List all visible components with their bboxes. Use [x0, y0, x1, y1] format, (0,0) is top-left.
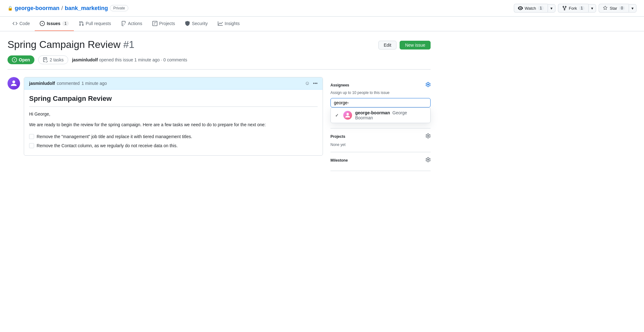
- top-actions: Watch 1 ▾ Fork 1 ▾ Star 0 ▾: [514, 4, 636, 13]
- issue-header: Spring Campaign Review #1 Edit New issue: [8, 39, 431, 50]
- avatar: [8, 77, 20, 90]
- tab-pull-requests-label: Pull requests: [86, 21, 111, 26]
- comment-body-text: We are ready to begin the review for the…: [29, 121, 318, 128]
- main-content: Spring Campaign Review #1 Edit New issue…: [0, 31, 438, 171]
- milestone-section: Milestone: [330, 152, 431, 171]
- status-badge: Open: [8, 55, 34, 64]
- tab-code-label: Code: [19, 21, 30, 26]
- comment-action: commented: [57, 81, 79, 86]
- milestone-gear-icon[interactable]: [426, 157, 431, 163]
- assignees-section: Assignees Assign up to 10 people to this…: [330, 77, 431, 128]
- issue-content: jasminludolf commented 1 minute ago ☺ ••…: [8, 77, 323, 171]
- code-icon: [13, 21, 18, 26]
- emoji-reaction-button[interactable]: ☺: [305, 80, 310, 86]
- assignee-avatar-icon: [345, 112, 351, 118]
- fork-button[interactable]: Fork 1: [558, 4, 589, 13]
- star-button-group: Star 0 ▾: [599, 4, 636, 13]
- repo-owner-link[interactable]: george-boorman: [15, 5, 59, 12]
- watch-count: 1: [538, 6, 544, 10]
- repo-title: 🔒 george-boorman / bank_marketing Privat…: [8, 5, 128, 12]
- gear-icon: [426, 82, 431, 87]
- projects-icon: [152, 21, 157, 26]
- fork-button-group: Fork 1 ▾: [558, 4, 596, 13]
- tab-pull-requests[interactable]: Pull requests: [74, 17, 116, 31]
- top-bar: 🔒 george-boorman / bank_marketing Privat…: [0, 0, 644, 17]
- comment-body-title: Spring Campaign Review: [29, 95, 318, 107]
- pull-requests-icon: [79, 21, 84, 26]
- task-list: Remove the "management" job title and re…: [29, 132, 318, 150]
- watch-chevron[interactable]: ▾: [548, 4, 555, 13]
- issue-time: 1 minute ago: [134, 57, 160, 62]
- star-button[interactable]: Star 0: [599, 4, 629, 13]
- projects-section: Projects None yet: [330, 128, 431, 152]
- issue-title: Spring Campaign Review #1: [8, 39, 135, 50]
- watch-button[interactable]: Watch 1: [514, 4, 548, 13]
- comment-box: jasminludolf commented 1 minute ago ☺ ••…: [24, 77, 323, 156]
- tab-actions-label: Actions: [128, 21, 142, 26]
- issue-author: jasminludolf: [72, 57, 98, 62]
- assignee-item[interactable]: ✓ george-boorman George Boorman: [331, 108, 430, 123]
- list-item: Remove the Contact column, as we regular…: [29, 141, 318, 150]
- issues-badge: 1: [62, 21, 69, 26]
- tab-issues[interactable]: Issues 1: [35, 17, 74, 31]
- assignee-username: george-boorman: [355, 110, 390, 115]
- assignee-check-icon: ✓: [335, 113, 340, 118]
- two-column-layout: jasminludolf commented 1 minute ago ☺ ••…: [8, 77, 431, 171]
- comment-body: Spring Campaign Review Hi George, We are…: [24, 90, 323, 155]
- tab-actions[interactable]: Actions: [116, 17, 147, 31]
- tasks-label: 2 tasks: [50, 57, 64, 62]
- assignee-search-input[interactable]: [330, 98, 431, 107]
- issues-icon: [40, 21, 45, 26]
- insights-icon: [218, 21, 223, 26]
- tab-projects[interactable]: Projects: [147, 17, 180, 31]
- comment-wrapper: jasminludolf commented 1 minute ago ☺ ••…: [8, 77, 323, 156]
- task-text-1: Remove the "management" job title and re…: [37, 133, 192, 140]
- assignee-dropdown: ✓ george-boorman George Boorman: [330, 107, 431, 123]
- comment-more-button[interactable]: •••: [313, 81, 318, 86]
- lock-icon: 🔒: [8, 6, 13, 11]
- tab-issues-label: Issues: [47, 21, 60, 26]
- nav-tabs: Code Issues 1 Pull requests Actions Proj…: [0, 17, 644, 31]
- watch-button-group: Watch 1 ▾: [514, 4, 555, 13]
- tab-security-label: Security: [192, 21, 208, 26]
- star-icon: [603, 6, 608, 11]
- status-label: Open: [19, 57, 30, 62]
- assignee-avatar: [343, 111, 352, 120]
- fork-label: Fork: [569, 6, 577, 11]
- gear-icon-projects: [426, 133, 431, 138]
- tasks-icon: [43, 57, 48, 62]
- new-issue-button[interactable]: New issue: [400, 41, 431, 49]
- edit-button[interactable]: Edit: [378, 41, 396, 49]
- task-text-2: Remove the Contact column, as we regular…: [37, 143, 178, 149]
- projects-value: None yet: [330, 143, 345, 147]
- issue-number: #1: [123, 39, 135, 50]
- security-icon: [185, 21, 190, 26]
- tasks-badge: 2 tasks: [38, 55, 68, 64]
- milestone-title: Milestone: [330, 158, 348, 163]
- fork-count: 1: [579, 6, 585, 10]
- tab-security[interactable]: Security: [180, 17, 213, 31]
- star-count: 0: [619, 6, 625, 10]
- assignees-title: Assignees: [330, 83, 349, 87]
- task-checkbox-2[interactable]: [29, 143, 34, 148]
- actions-icon: [121, 21, 126, 26]
- star-chevron[interactable]: ▾: [629, 4, 636, 13]
- assignees-gear-icon[interactable]: [426, 82, 431, 88]
- watch-label: Watch: [525, 6, 536, 11]
- visibility-badge: Private: [110, 5, 128, 11]
- comment-username: jasminludolf: [29, 81, 55, 86]
- tab-insights[interactable]: Insights: [213, 17, 245, 31]
- fork-chevron[interactable]: ▾: [588, 4, 596, 13]
- issue-comments: 0 comments: [163, 57, 187, 62]
- comment-header-right: ☺ •••: [305, 80, 318, 86]
- comment-header-left: jasminludolf commented 1 minute ago: [29, 81, 107, 86]
- task-checkbox-1[interactable]: [29, 134, 34, 139]
- tab-projects-label: Projects: [159, 21, 175, 26]
- repo-name-link[interactable]: bank_marketing: [65, 5, 108, 12]
- projects-gear-icon[interactable]: [426, 133, 431, 139]
- milestone-header: Milestone: [330, 157, 431, 163]
- issue-header-actions: Edit New issue: [378, 41, 431, 49]
- tab-code[interactable]: Code: [8, 17, 35, 31]
- comment-header: jasminludolf commented 1 minute ago ☺ ••…: [24, 77, 323, 90]
- list-item: Remove the "management" job title and re…: [29, 132, 318, 141]
